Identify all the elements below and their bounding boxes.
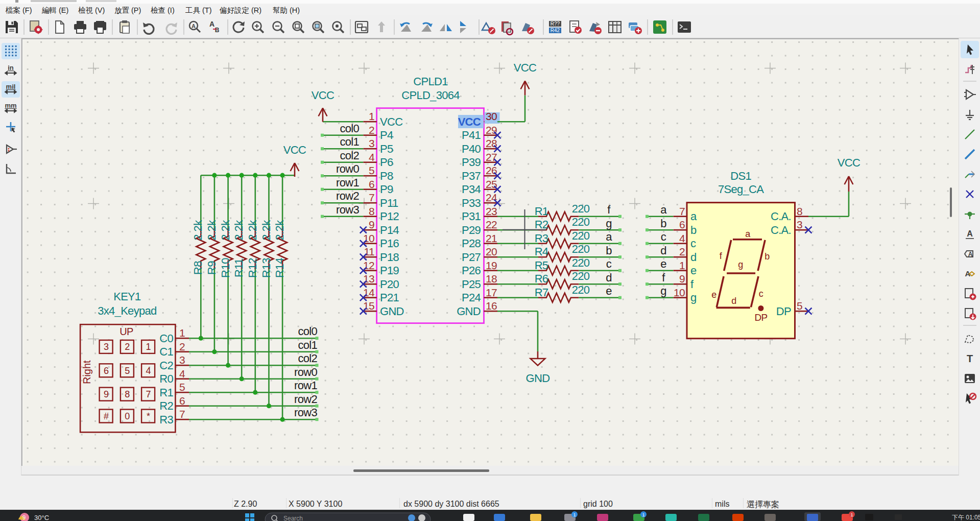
svg-text:KEY1: KEY1 <box>113 290 141 303</box>
svg-text:220: 220 <box>572 270 590 282</box>
svg-text:2.2k: 2.2k <box>192 220 204 241</box>
svg-text:b: b <box>606 244 612 257</box>
svg-text:28: 28 <box>486 137 497 149</box>
svg-text:P24: P24 <box>462 291 481 304</box>
svg-text:col2: col2 <box>340 149 359 162</box>
svg-text:P5: P5 <box>380 143 393 155</box>
svg-text:17: 17 <box>486 287 497 298</box>
svg-text:DS1: DS1 <box>730 170 751 182</box>
svg-text:7: 7 <box>179 408 185 420</box>
svg-text:0: 0 <box>125 411 130 421</box>
svg-text:P20: P20 <box>380 278 399 291</box>
svg-text:R0: R0 <box>159 372 173 385</box>
svg-text:P39: P39 <box>462 156 481 169</box>
svg-text:VCC: VCC <box>283 144 306 156</box>
svg-text:#: # <box>104 411 109 421</box>
svg-text:Search: Search <box>283 515 303 521</box>
svg-text:R2: R2 <box>159 399 173 412</box>
svg-text:P27: P27 <box>462 251 481 264</box>
svg-text:R3: R3 <box>535 232 548 245</box>
svg-text:3: 3 <box>179 354 185 366</box>
svg-text:5: 5 <box>179 381 185 393</box>
svg-text:a: a <box>690 210 697 223</box>
svg-text:P19: P19 <box>380 264 399 277</box>
svg-text:row3: row3 <box>294 406 317 419</box>
svg-text:23: 23 <box>486 205 497 217</box>
svg-text:6: 6 <box>369 178 374 190</box>
svg-text:P9: P9 <box>380 183 393 196</box>
svg-text:a: a <box>660 203 667 216</box>
svg-text:e: e <box>606 285 612 297</box>
svg-text:30°C: 30°C <box>34 514 49 521</box>
svg-text:row0: row0 <box>294 366 317 378</box>
svg-text:col0: col0 <box>340 122 359 135</box>
svg-text:30: 30 <box>486 110 497 122</box>
svg-text:C0: C0 <box>159 332 173 345</box>
svg-text:P11: P11 <box>380 197 398 209</box>
svg-text:a: a <box>606 230 612 243</box>
svg-text:P34: P34 <box>462 183 481 196</box>
svg-text:P31: P31 <box>462 210 481 223</box>
svg-text:3: 3 <box>104 342 109 352</box>
svg-text:22: 22 <box>486 219 497 230</box>
svg-text:DP: DP <box>755 312 768 323</box>
svg-text:10: 10 <box>674 287 685 298</box>
svg-text:1: 1 <box>850 512 853 517</box>
svg-text:VCC: VCC <box>312 89 334 102</box>
svg-text:1: 1 <box>146 342 151 352</box>
svg-text:f: f <box>607 203 611 216</box>
svg-text:GND: GND <box>457 305 481 318</box>
svg-text:220: 220 <box>572 202 590 215</box>
svg-text:下午 01:05: 下午 01:05 <box>952 514 980 521</box>
svg-text:VCC: VCC <box>514 61 537 74</box>
svg-text:c: c <box>606 257 612 270</box>
svg-text:8: 8 <box>797 205 802 217</box>
svg-text:e: e <box>660 257 666 270</box>
svg-text:9: 9 <box>369 219 374 230</box>
svg-text:20: 20 <box>486 246 497 257</box>
svg-text:col2: col2 <box>298 352 317 365</box>
svg-text:g: g <box>690 291 697 304</box>
svg-text:2: 2 <box>369 124 374 136</box>
svg-text:7: 7 <box>369 192 374 203</box>
svg-text:row0: row0 <box>336 162 359 175</box>
svg-text:P40: P40 <box>462 143 481 155</box>
svg-text:P16: P16 <box>380 237 399 250</box>
svg-text:21: 21 <box>486 232 497 244</box>
svg-text:row2: row2 <box>336 190 359 202</box>
svg-text:1: 1 <box>679 259 685 271</box>
svg-text:R12: R12 <box>246 258 259 278</box>
svg-text:3: 3 <box>369 137 374 149</box>
svg-text:c: c <box>661 230 666 243</box>
svg-text:R13: R13 <box>260 258 273 278</box>
svg-text:f: f <box>662 271 665 284</box>
svg-text:P29: P29 <box>462 224 481 236</box>
svg-text:9: 9 <box>22 514 26 520</box>
svg-text:18: 18 <box>486 273 497 285</box>
svg-text:R2: R2 <box>535 218 548 231</box>
svg-text:4: 4 <box>146 366 151 376</box>
svg-text:P12: P12 <box>380 210 399 223</box>
svg-text:1: 1 <box>179 327 185 339</box>
svg-text:2.2k: 2.2k <box>232 220 245 241</box>
svg-text:P8: P8 <box>380 170 393 182</box>
svg-text:R9: R9 <box>205 261 218 275</box>
svg-text:VCC: VCC <box>458 115 481 128</box>
svg-text:P4: P4 <box>380 129 393 141</box>
svg-text:VCC: VCC <box>380 115 403 128</box>
svg-text:CPLD_3064: CPLD_3064 <box>401 89 460 102</box>
svg-text:7: 7 <box>146 389 151 399</box>
svg-text:9: 9 <box>679 273 685 285</box>
svg-text:row1: row1 <box>336 176 359 189</box>
svg-text:C1: C1 <box>159 345 173 358</box>
svg-text:e: e <box>711 290 716 300</box>
svg-text:g: g <box>738 259 743 270</box>
svg-text:220: 220 <box>572 216 590 228</box>
svg-text:P41: P41 <box>462 129 481 141</box>
svg-text:GND: GND <box>380 305 404 318</box>
svg-text:6: 6 <box>679 219 685 230</box>
svg-text:26: 26 <box>486 164 497 176</box>
svg-text:R11: R11 <box>232 258 245 277</box>
svg-text:19: 19 <box>486 259 497 271</box>
svg-text:5: 5 <box>797 300 802 312</box>
